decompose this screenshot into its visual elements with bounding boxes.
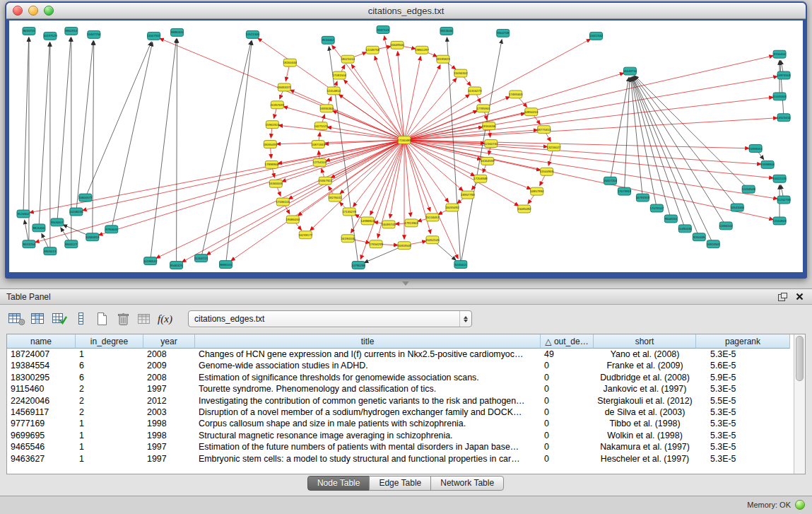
graph-node[interactable]: 9120602 <box>17 210 30 218</box>
tab-edge-table[interactable]: Edge Table <box>369 476 431 491</box>
graph-edge[interactable] <box>151 40 177 261</box>
graph-node[interactable]: 8534402 <box>322 36 334 44</box>
graph-edge[interactable] <box>404 140 777 199</box>
new-document-icon[interactable] <box>92 310 111 327</box>
graph-node[interactable]: 12110803 <box>772 217 787 225</box>
table-row[interactable]: 911546021997Tourette syndrome. Phenomeno… <box>7 383 794 395</box>
graph-edge[interactable] <box>404 66 440 140</box>
graph-edge[interactable] <box>375 57 404 140</box>
graph-node[interactable]: 20357693 <box>271 101 285 109</box>
graph-node[interactable]: 16791919 <box>636 194 650 201</box>
graph-node[interactable]: 10208236 <box>69 208 83 216</box>
graph-edge[interactable] <box>329 47 359 265</box>
zoom-button[interactable] <box>44 6 54 16</box>
graph-node[interactable]: 11007537 <box>147 32 161 40</box>
network-viewport[interactable]: 1724048318021014122497581664950019861297… <box>9 21 803 272</box>
graph-node[interactable]: 15134457 <box>425 214 440 221</box>
graph-node[interactable]: 19861297 <box>415 46 429 54</box>
graph-node[interactable]: 9790603 <box>105 226 118 233</box>
graph-node[interactable]: 10490030 <box>678 225 693 233</box>
graph-edge[interactable] <box>634 77 726 226</box>
graph-node[interactable]: 15367922 <box>318 177 332 185</box>
graph-node[interactable]: 8813046 <box>440 27 453 35</box>
show-columns-icon[interactable] <box>28 310 47 327</box>
column-header-title[interactable]: title <box>195 334 541 349</box>
graph-node[interactable]: 19086053 <box>286 216 300 223</box>
graph-node[interactable]: 12160742 <box>484 140 498 148</box>
table-row[interactable]: 969969511998Structural magnetic resonanc… <box>7 430 794 441</box>
graph-node[interactable]: 9604550 <box>664 215 677 223</box>
graph-node[interactable]: 18276011 <box>329 194 343 201</box>
graph-node[interactable]: 15452145 <box>425 236 440 244</box>
table-scrollbar[interactable] <box>794 334 805 474</box>
column-header-pagerank[interactable]: pagerank <box>696 334 790 349</box>
table-row[interactable]: 977716911998Corpus callosum shape and si… <box>7 418 794 429</box>
close-panel-icon[interactable] <box>793 291 806 303</box>
graph-edge[interactable] <box>635 76 748 189</box>
graph-edge[interactable] <box>780 62 784 118</box>
graph-edge[interactable] <box>404 140 430 211</box>
graph-node[interactable]: 17913903 <box>404 219 418 227</box>
graph-node[interactable]: 11202733 <box>777 196 791 204</box>
graph-node[interactable]: 16407204 <box>604 177 618 185</box>
graph-node[interactable]: 10521340 <box>246 30 260 38</box>
graph-node[interactable]: 9546325 <box>170 262 183 269</box>
graph-node[interactable]: 16190106 <box>341 235 355 243</box>
delete-icon[interactable] <box>113 310 132 327</box>
graph-node[interactable]: 16344005 <box>269 180 283 187</box>
graph-node[interactable]: 10974503 <box>777 71 791 79</box>
graph-node[interactable]: 20600577 <box>78 194 93 201</box>
graph-edge[interactable] <box>624 78 630 192</box>
table-row[interactable]: 946554611997Estimation of the future num… <box>7 441 794 452</box>
graph-edge[interactable] <box>404 57 420 141</box>
column-header-year[interactable]: year <box>143 334 195 349</box>
graph-node[interactable]: 12754103 <box>312 158 326 166</box>
import-table-icon[interactable] <box>134 310 153 327</box>
table-row[interactable]: 946362711997Embryonic stem cells: a mode… <box>7 453 794 465</box>
graph-node[interactable]: 9587103 <box>377 25 389 33</box>
graph-node[interactable]: 10022342 <box>589 32 604 40</box>
graph-node[interactable]: 9888105 <box>219 261 232 269</box>
table-row[interactable]: 1938455462009Genome-wide association stu… <box>7 360 794 371</box>
column-header-short[interactable]: short <box>594 334 696 349</box>
graph-node[interactable]: 9250446 <box>693 233 705 241</box>
table-row[interactable]: 1456911722003Disruption of a novel membe… <box>7 407 794 418</box>
graph-node[interactable]: 16936364 <box>319 105 334 112</box>
graph-node[interactable]: 17483403 <box>509 90 523 98</box>
graph-node[interactable]: 10197529 <box>43 32 57 40</box>
graph-node[interactable]: 9886305 <box>171 28 184 36</box>
graph-node[interactable]: 10871843 <box>311 141 325 148</box>
column-icon[interactable] <box>71 310 90 327</box>
graph-node[interactable]: 17135278 <box>342 208 356 216</box>
graph-node[interactable]: 10022225 <box>772 175 787 182</box>
graph-node[interactable]: 18021014 <box>341 55 355 63</box>
graph-edge[interactable] <box>201 42 252 259</box>
graph-node[interactable]: 9506407 <box>51 218 64 226</box>
function-builder-icon[interactable]: f(x) <box>155 310 175 327</box>
graph-node[interactable]: 14275125 <box>314 122 328 130</box>
graph-edge[interactable] <box>112 43 153 230</box>
graph-node[interactable]: 11263723 <box>194 255 208 262</box>
graph-edge[interactable] <box>57 38 71 223</box>
graph-node[interactable]: 12249758 <box>365 46 379 54</box>
graph-node[interactable]: 18164056 <box>482 122 496 130</box>
graph-node[interactable]: 10924501 <box>706 240 720 248</box>
graph-edge[interactable] <box>384 37 404 140</box>
graph-node[interactable]: 15961924 <box>266 121 280 129</box>
column-header-out-de[interactable]: △ out_de… <box>541 334 594 349</box>
table-row[interactable]: 1830029562008Estimation of significance … <box>7 372 794 383</box>
panel-divider-grip[interactable] <box>400 280 411 286</box>
graph-edge[interactable] <box>404 140 748 148</box>
graph-node[interactable]: 10196532 <box>143 257 158 265</box>
graph-node[interactable]: 17240483 <box>397 136 411 144</box>
graph-node[interactable]: 9633715 <box>23 27 35 35</box>
graph-node[interactable]: 17204848 <box>473 175 488 182</box>
graph-edge[interactable] <box>610 78 628 180</box>
graph-node[interactable]: 17654299 <box>369 240 383 248</box>
graph-node[interactable]: 17785901 <box>476 105 490 112</box>
graph-node[interactable]: 14523414 <box>777 114 791 122</box>
graph-node[interactable]: 11544909 <box>540 168 554 175</box>
graph-edge[interactable] <box>279 125 404 140</box>
graph-node[interactable]: 11316273 <box>468 87 482 95</box>
close-button[interactable] <box>13 6 23 16</box>
